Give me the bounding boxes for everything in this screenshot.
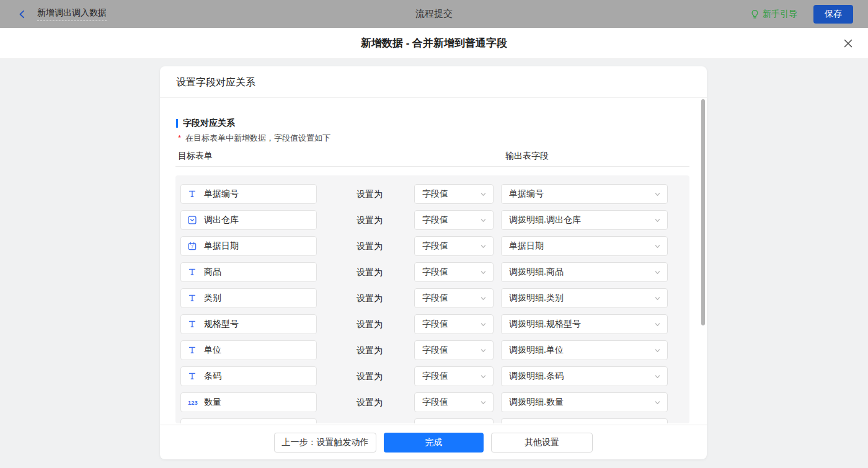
target-field-input[interactable]: 规格型号 — [180, 314, 317, 334]
value-mode-select[interactable]: 字段值 — [414, 314, 494, 334]
target-field-input[interactable]: 单位 — [180, 340, 317, 360]
field-mapping-row: 类别设置为字段值调拨明细.类别 — [175, 288, 689, 308]
value-mode-select[interactable]: 字段值 — [414, 288, 494, 308]
target-field-input[interactable]: 商品 — [180, 262, 317, 282]
value-mode-select[interactable]: 字段值 — [414, 236, 494, 256]
output-field-select[interactable]: 调拨明细.类别 — [501, 288, 668, 308]
value-mode-select[interactable]: 字段值 — [414, 366, 494, 386]
output-field-select[interactable] — [501, 418, 668, 423]
save-button[interactable]: 保存 — [813, 5, 853, 24]
lightbulb-icon — [750, 9, 760, 19]
chevron-down-icon — [480, 399, 487, 406]
back-button[interactable] — [16, 8, 29, 20]
date-field-icon: 7 — [188, 242, 197, 250]
output-field-select[interactable]: 调拨明细.数量 — [501, 392, 668, 412]
chevron-down-icon — [480, 295, 487, 302]
chevron-down-icon — [480, 321, 487, 328]
chevron-down-icon — [654, 399, 661, 406]
section-accent-bar — [176, 119, 178, 128]
dialog-footer: 上一步：设置触发动作 完成 其他设置 — [160, 425, 707, 459]
field-mapping-row: 规格型号设置为字段值调拨明细.规格型号 — [175, 314, 689, 334]
finish-button[interactable]: 完成 — [384, 433, 484, 453]
target-field-input[interactable]: 条码 — [180, 366, 317, 386]
text-field-icon — [188, 372, 197, 381]
set-as-label: 设置为 — [356, 184, 383, 204]
target-field-input[interactable]: 调出仓库 — [180, 210, 317, 230]
number-field-icon: 123 — [188, 399, 198, 406]
chevron-down-icon — [480, 217, 487, 224]
value-mode-select[interactable]: 字段值 — [414, 210, 494, 230]
flow-name-label[interactable]: 新增调出调入数据 — [37, 7, 107, 21]
set-as-label: 设置为 — [356, 262, 383, 282]
header-divider — [175, 166, 689, 167]
output-field-select[interactable]: 调拨明细.单位 — [501, 340, 668, 360]
field-mapping-row: 123数量设置为字段值调拨明细.数量 — [175, 392, 689, 412]
value-mode-select[interactable]: 字段值 — [414, 184, 494, 204]
other-settings-button[interactable]: 其他设置 — [491, 433, 593, 453]
output-field-select[interactable]: 调拨明细.规格型号 — [501, 314, 668, 334]
text-field-icon — [188, 320, 197, 329]
field-mapping-row: 调出仓库设置为字段值调拨明细.调出仓库 — [175, 210, 689, 230]
target-field-input[interactable]: 7单据日期 — [180, 236, 317, 256]
output-field-select[interactable]: 单据日期 — [501, 236, 668, 256]
target-field-label: 条码 — [204, 371, 221, 382]
output-field-select[interactable]: 单据编号 — [501, 184, 668, 204]
section-title-text: 字段对应关系 — [183, 118, 235, 129]
text-field-icon — [188, 346, 197, 355]
field-mapping-card: 设置字段对应关系 字段对应关系 *在目标表单中新增数据，字段值设置如下 目标表单… — [160, 66, 707, 459]
target-field-input[interactable]: 单据编号 — [180, 184, 317, 204]
text-field-icon — [188, 294, 197, 302]
output-field-select[interactable]: 调拨明细.调出仓库 — [501, 210, 668, 230]
target-field-label: 单位 — [204, 345, 221, 356]
chevron-down-icon — [654, 347, 661, 354]
target-field-label: 商品 — [204, 267, 221, 278]
set-as-label: 设置为 — [356, 236, 383, 256]
output-field-select[interactable]: 调拨明细.商品 — [501, 262, 668, 282]
guide-label: 新手引导 — [763, 9, 797, 20]
target-field-label: 单据编号 — [204, 188, 239, 200]
field-mapping-row: 单据编号设置为字段值单据编号 — [175, 184, 689, 204]
target-field-input[interactable] — [180, 418, 317, 423]
chevron-left-icon — [17, 9, 27, 19]
value-mode-select[interactable]: 字段值 — [414, 340, 494, 360]
dialog-body: 设置字段对应关系 字段对应关系 *在目标表单中新增数据，字段值设置如下 目标表单… — [0, 59, 868, 468]
section-title: 字段对应关系 — [176, 118, 235, 129]
top-bar: 新增调出调入数据 流程提交 新手引导 保存 — [0, 0, 868, 28]
beginner-guide-button[interactable]: 新手引导 — [750, 9, 797, 20]
chevron-down-icon — [654, 217, 661, 224]
close-button[interactable] — [842, 37, 854, 50]
chevron-down-icon — [654, 321, 661, 328]
chevron-down-icon — [654, 373, 661, 380]
dialog-title: 新增数据 - 合并新增到普通字段 — [0, 28, 868, 59]
value-mode-select[interactable] — [414, 418, 494, 423]
previous-step-button[interactable]: 上一步：设置触发动作 — [274, 433, 376, 453]
select-field-icon — [188, 216, 197, 224]
scrollbar-thumb[interactable] — [701, 99, 705, 325]
set-as-label: 设置为 — [356, 288, 383, 308]
chevron-down-icon — [480, 373, 487, 380]
field-mapping-row: 商品设置为字段值调拨明细.商品 — [175, 262, 689, 282]
target-field-label: 单据日期 — [204, 241, 239, 252]
field-mapping-list: 单据编号设置为字段值单据编号调出仓库设置为字段值调拨明细.调出仓库7单据日期设置… — [175, 175, 689, 423]
target-field-label: 规格型号 — [204, 319, 239, 330]
target-field-label: 类别 — [204, 293, 221, 304]
value-mode-select[interactable]: 字段值 — [414, 262, 494, 282]
set-as-label: 设置为 — [356, 314, 383, 334]
dialog-header: 新增数据 - 合并新增到普通字段 — [0, 28, 868, 59]
svg-text:7: 7 — [191, 245, 193, 249]
target-field-input[interactable]: 类别 — [180, 288, 317, 308]
chevron-down-icon — [480, 191, 487, 198]
target-field-input[interactable]: 123数量 — [180, 392, 317, 412]
chevron-down-icon — [480, 347, 487, 354]
set-as-label: 设置为 — [356, 340, 383, 360]
chevron-down-icon — [654, 191, 661, 198]
column-header-output: 输出表字段 — [505, 151, 549, 162]
chevron-down-icon — [480, 243, 487, 250]
chevron-down-icon — [480, 269, 487, 276]
field-mapping-row: 7单据日期设置为字段值单据日期 — [175, 236, 689, 256]
description-text: 在目标表单中新增数据，字段值设置如下 — [185, 133, 330, 143]
set-as-label: 设置为 — [356, 366, 383, 386]
text-field-icon — [188, 190, 197, 198]
output-field-select[interactable]: 调拨明细.条码 — [501, 366, 668, 386]
value-mode-select[interactable]: 字段值 — [414, 392, 494, 412]
